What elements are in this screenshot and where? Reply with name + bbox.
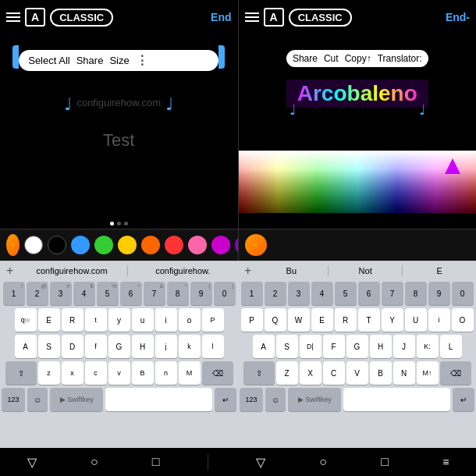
- key-t-r[interactable]: T: [358, 308, 380, 332]
- suggestion-1-left[interactable]: configuirehow.com: [20, 265, 123, 277]
- key-4-r[interactable]: 4: [311, 282, 333, 305]
- key-1[interactable]: 1!: [3, 282, 25, 305]
- key-0[interactable]: 0): [214, 282, 236, 305]
- nav-recents-left[interactable]: □: [146, 452, 166, 472]
- key-s-r[interactable]: S: [276, 335, 298, 358]
- edit-text-display[interactable]: Test: [8, 130, 230, 151]
- key-j-r[interactable]: J: [393, 335, 415, 358]
- nav-back[interactable]: ▽: [21, 452, 43, 473]
- key-z[interactable]: z: [38, 361, 60, 385]
- font-button-right[interactable]: A: [264, 8, 284, 27]
- key-9[interactable]: 9(: [190, 282, 212, 305]
- key-a-r[interactable]: A: [253, 335, 275, 358]
- copy-option-right[interactable]: Copy↑: [345, 53, 371, 64]
- suggestion-2-right[interactable]: Not: [332, 265, 399, 277]
- key-i-r[interactable]: i: [428, 308, 450, 332]
- color-orange[interactable]: [141, 236, 160, 254]
- add-button-right[interactable]: +: [241, 264, 254, 278]
- nav-home-right[interactable]: ○: [313, 452, 333, 472]
- key-h[interactable]: H: [132, 335, 154, 358]
- nav-recents-right[interactable]: □: [375, 452, 395, 472]
- nav-home-left[interactable]: ○: [84, 452, 105, 472]
- key-n[interactable]: n: [155, 361, 177, 385]
- eyedropper-button-left[interactable]: 🔸: [6, 234, 20, 256]
- key-q[interactable]: qW: [15, 308, 37, 332]
- add-button-left[interactable]: +: [3, 264, 16, 278]
- key-q-r[interactable]: Q: [265, 308, 286, 332]
- suggestion-3-right[interactable]: E: [406, 265, 473, 277]
- font-button-left[interactable]: A: [25, 8, 45, 27]
- key-7[interactable]: 7&: [144, 282, 165, 305]
- key-w-r[interactable]: W: [288, 308, 310, 332]
- key-d-r[interactable]: D|: [300, 335, 321, 358]
- key-m-left[interactable]: M: [179, 361, 201, 385]
- nav-menu[interactable]: ≡: [436, 453, 455, 471]
- key-9-r[interactable]: 9: [428, 282, 450, 305]
- color-black[interactable]: [48, 236, 66, 254]
- hamburger-menu-icon-right[interactable]: [245, 12, 259, 22]
- key-z-r[interactable]: Z: [276, 361, 298, 385]
- key-d[interactable]: D: [62, 335, 83, 358]
- key-3[interactable]: 3#: [50, 282, 72, 305]
- classic-mode-button-right[interactable]: CLASSIC: [289, 9, 352, 27]
- arcobaleno-text[interactable]: Arcobaleno: [291, 80, 424, 107]
- key-1-r[interactable]: 1: [241, 282, 263, 305]
- key-2[interactable]: 2@: [27, 282, 48, 305]
- key-g[interactable]: G: [108, 335, 130, 358]
- key-x-r[interactable]: X: [300, 361, 321, 385]
- key-n-r[interactable]: N: [393, 361, 415, 385]
- space-key-right[interactable]: [343, 388, 450, 411]
- numbers-key-left[interactable]: 123: [2, 388, 25, 411]
- key-5[interactable]: 5%: [97, 282, 119, 305]
- picker-pin[interactable]: [445, 158, 460, 174]
- key-f[interactable]: f: [85, 335, 107, 358]
- key-h-r[interactable]: H: [370, 335, 392, 358]
- color-yellow[interactable]: [118, 236, 137, 254]
- nav-back-right[interactable]: ▽: [250, 452, 272, 473]
- cut-option-right[interactable]: Cut: [324, 53, 339, 64]
- key-k[interactable]: k: [179, 335, 201, 358]
- key-e-r[interactable]: E: [311, 308, 333, 332]
- key-o-r[interactable]: O: [452, 308, 474, 332]
- key-k-r[interactable]: K:: [417, 335, 439, 358]
- classic-mode-button-left[interactable]: CLASSIC: [50, 9, 113, 27]
- return-key-right[interactable]: ↵: [453, 388, 474, 411]
- swiftkey-logo-left[interactable]: ▶ Swiftkey: [50, 388, 103, 411]
- key-b-r[interactable]: B: [370, 361, 392, 385]
- key-r[interactable]: R: [62, 308, 83, 332]
- key-y-r[interactable]: Y: [382, 308, 403, 332]
- shift-key-right[interactable]: ⇧: [243, 361, 275, 385]
- key-6-r[interactable]: 6: [358, 282, 380, 305]
- color-magenta[interactable]: [211, 236, 230, 254]
- key-5-r[interactable]: 5: [335, 282, 357, 305]
- hamburger-menu-icon[interactable]: [6, 12, 20, 22]
- backspace-key-left[interactable]: ⌫: [202, 361, 233, 385]
- numbers-key-right[interactable]: 123: [240, 388, 263, 411]
- key-t[interactable]: t: [85, 308, 107, 332]
- key-l[interactable]: l: [202, 335, 224, 358]
- key-7-r[interactable]: 7: [382, 282, 403, 305]
- key-u-r[interactable]: U: [405, 308, 427, 332]
- right-selection-bar[interactable]: Share Cut Copy↑ Translator:: [286, 50, 428, 67]
- translator-option-right[interactable]: Translator:: [378, 53, 422, 64]
- key-8[interactable]: 8*: [167, 282, 189, 305]
- key-p-r[interactable]: P: [241, 308, 263, 332]
- key-e[interactable]: E: [38, 308, 60, 332]
- key-g-r[interactable]: G: [346, 335, 368, 358]
- key-f-r[interactable]: F: [323, 335, 345, 358]
- emoji-key-right[interactable]: ☺: [265, 388, 286, 411]
- more-options-icon[interactable]: ⋮: [136, 53, 148, 68]
- color-blue[interactable]: [71, 236, 90, 254]
- key-u[interactable]: u: [132, 308, 154, 332]
- swiftkey-logo-right[interactable]: ▶ Swiftkey: [288, 388, 341, 411]
- key-8-r[interactable]: 8: [405, 282, 427, 305]
- suggestion-1-right[interactable]: Bu: [258, 265, 325, 277]
- key-v-r[interactable]: V: [346, 361, 368, 385]
- color-red[interactable]: [165, 236, 183, 254]
- key-o[interactable]: o: [179, 308, 201, 332]
- key-m-r[interactable]: M↑: [417, 361, 439, 385]
- space-key-left[interactable]: [105, 388, 212, 411]
- shift-key-left[interactable]: ⇧: [5, 361, 37, 385]
- key-v[interactable]: v: [108, 361, 130, 385]
- key-l-r[interactable]: L: [440, 335, 462, 358]
